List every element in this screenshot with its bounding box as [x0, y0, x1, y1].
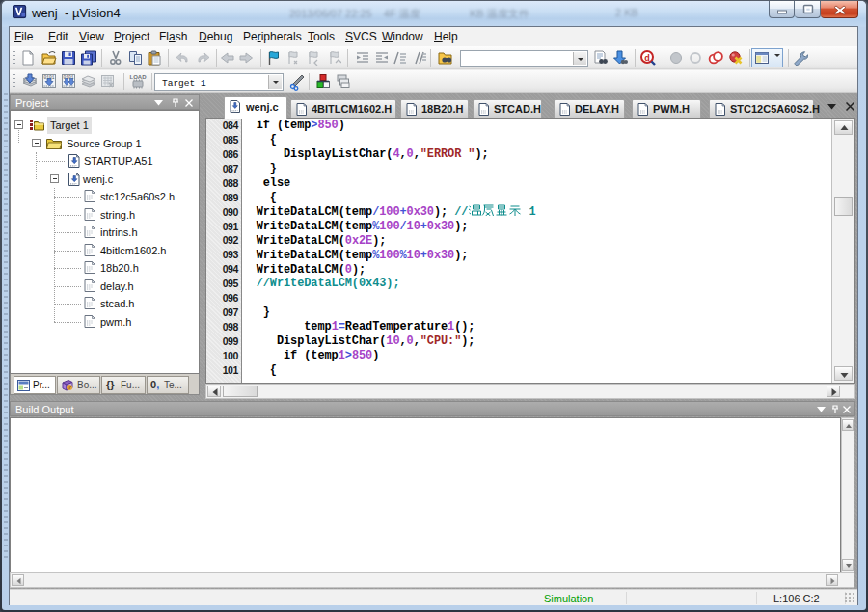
svg-text:d: d — [644, 53, 650, 63]
svg-text:LOAD: LOAD — [130, 74, 148, 80]
svg-text:?: ? — [68, 385, 71, 390]
